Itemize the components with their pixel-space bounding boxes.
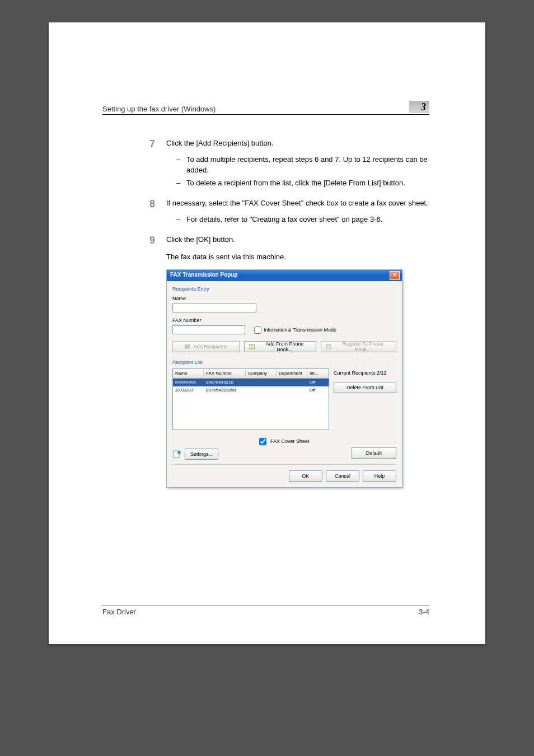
dash-icon: –: [176, 178, 186, 189]
default-button[interactable]: Default: [352, 447, 396, 459]
phone-book-open-icon: [249, 344, 256, 349]
settings-icon: [172, 450, 181, 459]
international-mode-checkbox[interactable]: International Transmission Mode: [254, 326, 336, 334]
page-footer: Fax Driver 3-4: [102, 605, 429, 616]
ok-button[interactable]: OK: [289, 470, 322, 482]
step-number: 7: [149, 137, 166, 151]
table-row[interactable]: JJJJJJJJ 887654321098 Off: [173, 386, 329, 394]
close-icon[interactable]: ×: [390, 271, 400, 280]
col-department[interactable]: Department: [277, 370, 307, 377]
fax-number-label: FAX Number: [172, 317, 245, 324]
register-to-phone-book-button: Register To Phone Book...: [321, 341, 396, 352]
dialog-titlebar[interactable]: FAX Transmission Popup ×: [167, 270, 402, 281]
add-recipients-button: Add Recipients: [172, 341, 240, 352]
chapter-badge: 3: [409, 101, 429, 113]
svg-rect-3: [326, 344, 331, 349]
dialog-title: FAX Transmission Popup: [170, 271, 238, 279]
step-8: 8 If necessary, select the "FAX Cover Sh…: [149, 197, 429, 211]
chapter-number: 3: [421, 101, 426, 113]
step-7-sub1: – To add multiple recipients, repeat ste…: [176, 155, 429, 176]
table-row[interactable]: KKKKKKK 09876543210 Off: [173, 379, 329, 386]
add-from-phone-book-button[interactable]: Add From Phone Book...: [244, 341, 316, 352]
help-button[interactable]: Help: [363, 470, 396, 482]
name-input[interactable]: [172, 304, 256, 312]
delete-from-list-button[interactable]: Delete From List: [334, 382, 396, 393]
current-recipients-count: Current Recipients 2/12: [334, 368, 396, 379]
step-9: 9 Click the [OK] button.: [149, 233, 429, 248]
settings-button[interactable]: Settings...: [185, 449, 218, 460]
step-text: If necessary, select the "FAX Cover Shee…: [166, 197, 429, 209]
step-7: 7 Click the [Add Recipients] button.: [149, 137, 429, 151]
section-title: Setting up the fax driver (Windows): [102, 105, 216, 113]
svg-point-5: [177, 451, 181, 454]
fax-transmission-popup: FAX Transmission Popup × Recipients Entr…: [166, 269, 402, 488]
col-name[interactable]: Name: [173, 370, 204, 377]
phone-book-register-icon: [326, 344, 332, 349]
col-company[interactable]: Company: [246, 370, 277, 377]
recipient-list-table[interactable]: Name FAX Number Company Department Int..…: [172, 368, 329, 430]
step-7-sub2: – To delete a recipient from the list, c…: [176, 178, 429, 189]
cover-sheet-check[interactable]: [259, 438, 266, 445]
table-header: Name FAX Number Company Department Int..…: [173, 369, 329, 379]
dash-icon: –: [176, 214, 186, 225]
recipient-list-label: Recipient List: [172, 359, 396, 366]
step-number: 8: [149, 197, 166, 211]
col-intl[interactable]: Int...: [307, 370, 327, 377]
fax-number-input[interactable]: [172, 325, 245, 334]
step-number: 9: [149, 233, 166, 248]
step-9-para: The fax data is sent via this machine.: [166, 252, 429, 263]
col-fax[interactable]: FAX Number: [204, 370, 246, 377]
recipients-entry-label: Recipients Entry: [172, 286, 396, 293]
step-8-sub1: – For details, refer to "Creating a fax …: [176, 214, 429, 225]
intl-mode-check[interactable]: [254, 326, 261, 334]
dash-icon: –: [176, 155, 186, 176]
svg-rect-1: [188, 344, 190, 346]
add-recipient-icon: [185, 344, 191, 349]
step-text: Click the [OK] button.: [166, 233, 429, 245]
step-text: Click the [Add Recipients] button.: [166, 137, 429, 149]
page-body: 7 Click the [Add Recipients] button. – T…: [149, 129, 429, 488]
fax-cover-sheet-checkbox[interactable]: FAX Cover Sheet: [259, 438, 309, 444]
name-label: Name: [172, 295, 396, 302]
page-header: Setting up the fax driver (Windows) 3: [102, 101, 429, 115]
footer-left: Fax Driver: [102, 608, 136, 616]
footer-right: 3-4: [419, 608, 429, 616]
cancel-button[interactable]: Cancel: [326, 470, 359, 482]
